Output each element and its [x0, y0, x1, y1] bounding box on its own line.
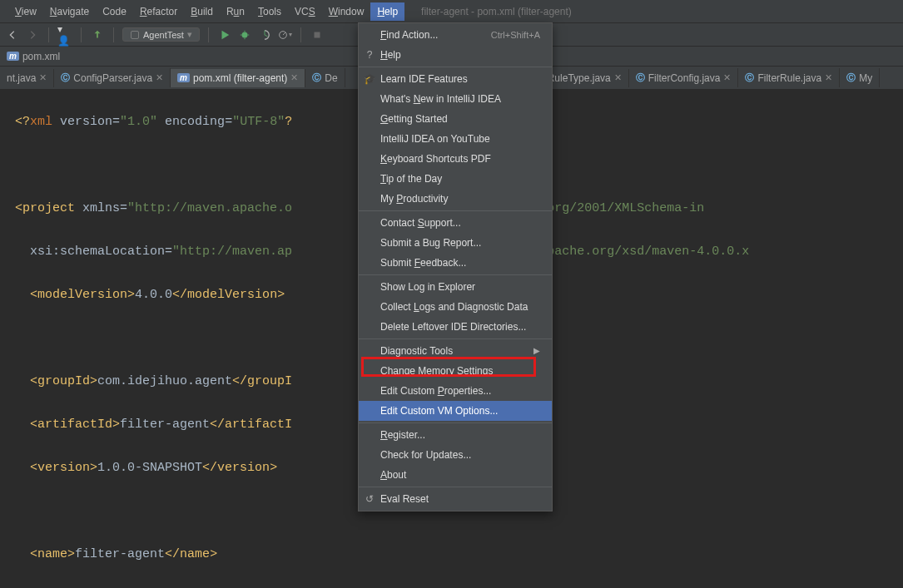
tab-configparser[interactable]: ⒸConfigParser.java✕	[54, 68, 171, 87]
menu-navigate[interactable]: Navigate	[43, 2, 96, 21]
menu-vcs[interactable]: VCS	[288, 2, 322, 21]
menu-item[interactable]: What's New in IntelliJ IDEA	[359, 89, 552, 109]
java-icon: Ⓒ	[312, 72, 321, 84]
menu-help[interactable]: Help	[370, 2, 404, 21]
menu-tools[interactable]: Tools	[251, 2, 288, 21]
tab-my[interactable]: ⒸMy	[840, 68, 880, 87]
menu-item[interactable]: Submit a Bug Report...	[359, 233, 552, 253]
java-icon: Ⓒ	[61, 72, 70, 84]
menu-item[interactable]: Diagnostic Tools▶	[359, 341, 552, 361]
menu-item[interactable]: 🎓Learn IDE Features	[359, 69, 552, 89]
tab-filterrule[interactable]: ⒸFilterRule.java✕	[738, 68, 840, 87]
run-icon[interactable]	[217, 27, 232, 42]
debug-icon[interactable]	[237, 27, 252, 42]
coverage-icon[interactable]	[257, 27, 272, 42]
menu-item[interactable]: Find Action...Ctrl+Shift+A	[359, 25, 552, 45]
menu-item[interactable]: Edit Custom VM Options...	[359, 401, 552, 421]
svg-rect-3	[314, 32, 320, 37]
menu-item[interactable]: Getting Started	[359, 109, 552, 129]
nav-fwd-icon[interactable]	[25, 27, 40, 42]
close-icon[interactable]: ✕	[825, 72, 832, 83]
menu-run[interactable]: Run	[220, 2, 251, 21]
profile-icon[interactable]: ▾	[277, 27, 292, 42]
close-icon[interactable]: ✕	[39, 72, 47, 83]
menu-refactor[interactable]: Refactor	[133, 2, 184, 21]
menu-item[interactable]: ?Help	[359, 45, 552, 65]
menu-item[interactable]: Show Log in Explorer	[359, 277, 552, 297]
window-title: filter-agent - pom.xml (filter-agent)	[421, 6, 572, 17]
menu-item[interactable]: IntelliJ IDEA on YouTube	[359, 129, 552, 149]
close-icon[interactable]: ✕	[290, 72, 298, 83]
menu-item[interactable]: ↺Eval Reset	[359, 489, 552, 509]
tab-pom[interactable]: mpom.xml (filter-agent)✕	[171, 69, 305, 87]
menu-window[interactable]: Window	[322, 2, 371, 21]
menu-item[interactable]: Change Memory Settings	[359, 361, 552, 381]
svg-rect-0	[131, 31, 139, 38]
stop-icon[interactable]	[310, 27, 325, 42]
menu-view[interactable]: View	[8, 2, 43, 21]
menu-build[interactable]: Build	[184, 2, 220, 21]
vcs-update-icon[interactable]	[90, 27, 105, 42]
menubar: View Navigate Code Refactor Build Run To…	[0, 0, 903, 23]
menu-item[interactable]: Tip of the Day	[359, 169, 552, 189]
tab-de[interactable]: ⒸDe	[305, 68, 345, 87]
close-icon[interactable]: ✕	[723, 72, 731, 83]
java-icon: Ⓒ	[745, 72, 754, 84]
menu-item[interactable]: Delete Leftover IDE Directories...	[359, 317, 552, 337]
java-icon: Ⓒ	[846, 72, 856, 84]
menu-item[interactable]: Contact Support...	[359, 213, 552, 233]
run-config-selector[interactable]: AgentTest ▾	[122, 27, 200, 42]
menu-item[interactable]: Check for Updates...	[359, 445, 552, 465]
java-icon: Ⓒ	[636, 72, 645, 84]
breadcrumb-file[interactable]: pom.xml	[22, 51, 60, 62]
tab-filterconfig[interactable]: ⒸFilterConfig.java✕	[629, 68, 739, 87]
menu-code[interactable]: Code	[96, 2, 133, 21]
nav-back-icon[interactable]	[5, 27, 20, 42]
svg-point-1	[241, 32, 247, 37]
menu-item[interactable]: Edit Custom Properties...	[359, 381, 552, 401]
maven-icon: m	[7, 52, 19, 61]
maven-icon: m	[177, 73, 190, 82]
menu-item[interactable]: Register...	[359, 425, 552, 445]
menu-item[interactable]: Keyboard Shortcuts PDF	[359, 149, 552, 169]
menu-item[interactable]: My Productivity	[359, 189, 552, 209]
close-icon[interactable]: ✕	[614, 72, 622, 83]
help-dropdown: Find Action...Ctrl+Shift+A?Help🎓Learn ID…	[358, 22, 553, 511]
menu-item[interactable]: Submit Feedback...	[359, 253, 552, 273]
run-config-label: AgentTest	[143, 30, 184, 40]
menu-item[interactable]: Collect Logs and Diagnostic Data	[359, 297, 552, 317]
menu-item[interactable]: About	[359, 465, 552, 485]
tab-nt[interactable]: nt.java✕	[0, 69, 54, 87]
tab-ruletype[interactable]: RuleType.java✕	[541, 69, 629, 87]
close-icon[interactable]: ✕	[156, 72, 163, 83]
add-icon[interactable]: ▾👤	[57, 27, 72, 42]
